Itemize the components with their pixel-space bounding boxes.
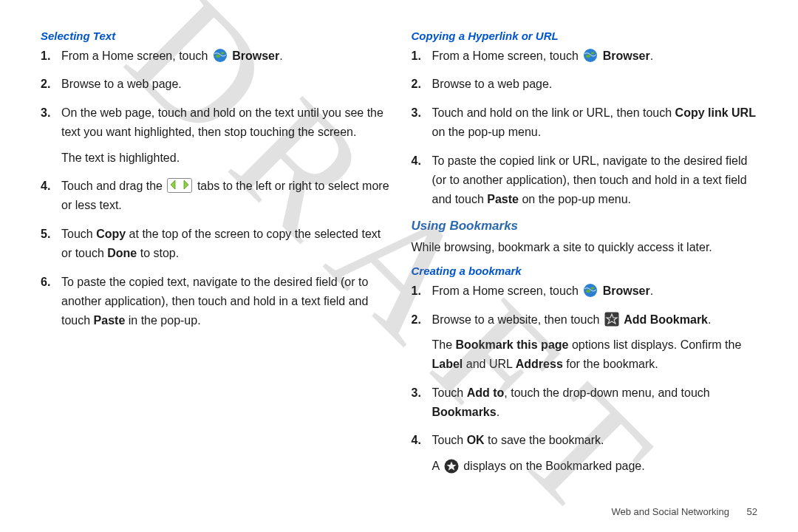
step-4: 4. To paste the copied link or URL, navi… bbox=[412, 151, 762, 210]
page-footer: Web and Social Networking 52 bbox=[611, 506, 757, 517]
step-text-a: Touch bbox=[61, 228, 96, 240]
t-e: and URL bbox=[463, 358, 515, 370]
step-text-a: From a Home screen, touch bbox=[61, 50, 211, 62]
heading-creating-bookmark: Creating a bookmark bbox=[412, 265, 762, 277]
t-f: Address bbox=[516, 358, 563, 370]
step-5: 5. Touch Copy at the top of the screen t… bbox=[41, 225, 391, 264]
footer-page-number: 52 bbox=[747, 506, 757, 517]
t-a: A bbox=[432, 460, 443, 472]
step-4: 4. Touch and drag the tabs to the left o… bbox=[41, 177, 391, 216]
step-6: 6. To paste the copied text, navigate to… bbox=[41, 273, 391, 331]
footer-section: Web and Social Networking bbox=[611, 506, 729, 517]
step-number: 2. bbox=[41, 75, 50, 94]
step-text-c: . bbox=[279, 50, 282, 62]
t-b: displays on the Bookmarked page. bbox=[463, 460, 644, 472]
step-number: 2. bbox=[412, 310, 421, 330]
copying-hyperlink-steps: 1. From a Home screen, touch Browser. 2.… bbox=[412, 47, 762, 210]
t-g: for the bookmark. bbox=[563, 358, 658, 370]
svg-point-9 bbox=[591, 287, 595, 290]
step-text-a: Touch and hold on the link or URL, then … bbox=[432, 106, 675, 119]
step-number: 6. bbox=[41, 273, 50, 292]
step-number: 4. bbox=[412, 431, 421, 450]
step-number: 1. bbox=[41, 47, 50, 66]
heading-using-bookmarks: Using Bookmarks bbox=[412, 219, 762, 233]
step-text: Browse to a web page. bbox=[432, 78, 553, 90]
step-text-b: OK bbox=[467, 434, 485, 446]
step-text-d: Done bbox=[107, 247, 137, 259]
step-text-c: to save the bookmark. bbox=[485, 434, 604, 446]
step-text-b: Browser bbox=[232, 50, 279, 62]
step-number: 3. bbox=[412, 383, 421, 403]
svg-point-5 bbox=[586, 55, 590, 58]
step-text-a: Touch bbox=[432, 386, 467, 399]
add-bookmark-star-icon bbox=[604, 312, 619, 327]
step-text-c: on the pop-up menu. bbox=[519, 193, 631, 205]
step-text-a: From a Home screen, touch bbox=[432, 50, 582, 62]
step-1: 1. From a Home screen, touch Browser. bbox=[412, 47, 762, 66]
step-text-e: to stop. bbox=[137, 247, 179, 259]
step-4: 4. Touch OK to save the bookmark. bbox=[412, 431, 762, 450]
browser-globe-icon bbox=[583, 283, 598, 298]
step-2: 2. Browse to a web page. bbox=[412, 75, 762, 94]
step-2: 2. Browse to a web page. bbox=[41, 75, 391, 94]
step-text-b: Copy bbox=[96, 228, 126, 240]
step-text-b: Add Bookmark bbox=[624, 313, 708, 326]
step-4-result: A displays on the Bookmarked page. bbox=[432, 457, 762, 476]
step-2: 2. Browse to a website, then touch Add B… bbox=[412, 310, 762, 330]
selection-handles-icon bbox=[167, 178, 192, 193]
t-c: options list displays. Confirm the bbox=[568, 338, 741, 351]
step-number: 4. bbox=[412, 151, 421, 171]
svg-point-2 bbox=[220, 52, 224, 55]
step-text-a: From a Home screen, touch bbox=[432, 284, 582, 297]
svg-point-8 bbox=[586, 290, 590, 293]
step-text-c: . bbox=[650, 284, 653, 297]
bookmarked-star-icon bbox=[444, 459, 459, 474]
step-text-c: in the pop-up. bbox=[125, 314, 200, 327]
step-text: On the web page, touch and hold on the t… bbox=[61, 106, 383, 138]
step-text-c: . bbox=[650, 50, 653, 62]
svg-rect-3 bbox=[168, 178, 192, 192]
step-1: 1. From a Home screen, touch Browser. bbox=[41, 47, 391, 66]
step-text-a: Browse to a website, then touch bbox=[432, 313, 603, 326]
right-column: Copying a Hyperlink or URL 1. From a Hom… bbox=[412, 30, 762, 488]
step-text-e: . bbox=[497, 406, 499, 418]
step-text-a: Touch and drag the bbox=[61, 180, 166, 192]
creating-bookmark-steps: 1. From a Home screen, touch Browser. 2.… bbox=[412, 282, 762, 330]
page-content: Selecting Text 1. From a Home screen, to… bbox=[0, 0, 798, 510]
step-text-c: , touch the drop-down menu, and touch bbox=[504, 386, 709, 399]
step-3-result: The text is highlighted. bbox=[61, 149, 391, 168]
selecting-text-steps: 1. From a Home screen, touch Browser. 2.… bbox=[41, 47, 391, 143]
step-number: 1. bbox=[412, 282, 421, 301]
step-3: 3. On the web page, touch and hold on th… bbox=[41, 103, 391, 143]
t-a: The bbox=[432, 338, 456, 351]
heading-selecting-text: Selecting Text bbox=[41, 30, 391, 42]
left-column: Selecting Text 1. From a Home screen, to… bbox=[41, 30, 391, 488]
svg-point-6 bbox=[591, 52, 595, 55]
step-text-b: Browser bbox=[603, 50, 650, 62]
step-text-c: on the pop-up menu. bbox=[432, 126, 542, 138]
step-number: 4. bbox=[41, 177, 50, 196]
browser-globe-icon bbox=[583, 48, 598, 63]
svg-point-1 bbox=[216, 55, 220, 58]
t-b: Bookmark this page bbox=[456, 338, 569, 351]
step-text-b: Paste bbox=[94, 314, 126, 327]
step-text-b: Paste bbox=[487, 193, 519, 205]
step-number: 3. bbox=[412, 103, 421, 123]
step-text-b: Copy link URL bbox=[675, 106, 756, 119]
step-text-d: Bookmarks bbox=[432, 406, 497, 418]
step-2-result: The Bookmark this page options list disp… bbox=[432, 335, 762, 375]
step-text: Browse to a web page. bbox=[61, 78, 182, 90]
step-number: 2. bbox=[412, 75, 421, 94]
step-text-c: . bbox=[708, 313, 711, 326]
t-d: Label bbox=[432, 358, 463, 370]
step-number: 1. bbox=[412, 47, 421, 66]
step-number: 5. bbox=[41, 225, 50, 244]
step-1: 1. From a Home screen, touch Browser. bbox=[412, 282, 762, 301]
step-text-a: Touch bbox=[432, 434, 467, 446]
selecting-text-steps-cont: 4. Touch and drag the tabs to the left o… bbox=[41, 177, 391, 331]
creating-bookmark-steps-cont: 3. Touch Add to, touch the drop-down men… bbox=[412, 383, 762, 451]
step-text-b: Add to bbox=[467, 386, 505, 399]
step-text-b: Browser bbox=[603, 284, 650, 297]
step-3: 3. Touch Add to, touch the drop-down men… bbox=[412, 383, 762, 423]
step-number: 3. bbox=[41, 103, 50, 123]
